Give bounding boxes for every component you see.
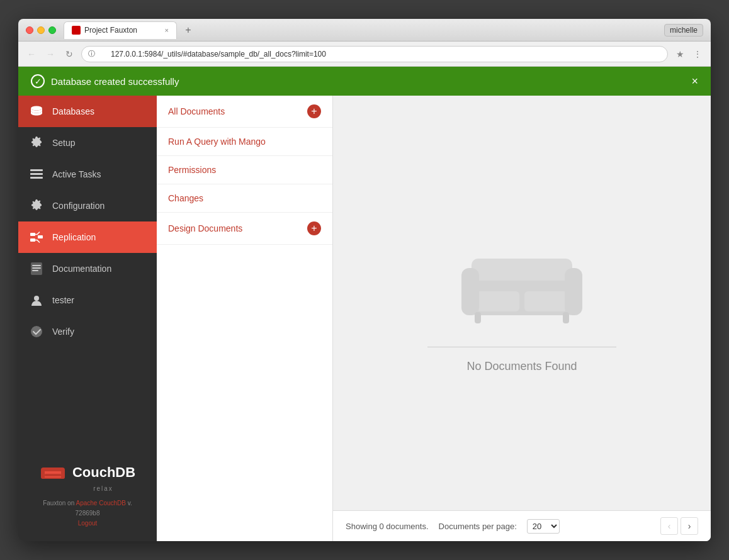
address-actions: ★ ⋮ — [673, 47, 704, 61]
nav-run-query-label: Run A Query with Mango — [168, 137, 266, 147]
secure-icon: ⓘ — [88, 49, 95, 59]
svg-rect-3 — [30, 173, 43, 175]
sidebar-item-databases[interactable]: Databases — [18, 96, 157, 127]
app-content: ✓ Database created successfully × Databa… — [18, 67, 711, 541]
address-bar: ← → ↻ ⓘ 127.0.0.1:5984/_utils/#database/… — [18, 42, 711, 67]
sidebar-label-active-tasks: Active Tasks — [52, 169, 101, 179]
svg-rect-8 — [38, 235, 43, 238]
traffic-lights — [26, 26, 56, 34]
active-tab[interactable]: Project Fauxton × — [64, 21, 177, 39]
svg-rect-17 — [45, 474, 61, 476]
svg-rect-22 — [477, 291, 519, 311]
apache-link[interactable]: Apache CouchDB — [76, 500, 126, 507]
new-tab-button[interactable]: + — [179, 21, 197, 39]
nav-all-documents-label: All Documents — [168, 106, 225, 116]
sidebar-label-setup: Setup — [52, 138, 76, 148]
per-page-select[interactable]: 10 20 30 50 100 — [527, 519, 560, 534]
back-button[interactable]: ← — [25, 47, 38, 61]
prev-page-button[interactable]: ‹ — [660, 517, 678, 535]
per-page-label: Documents per page: — [439, 522, 517, 531]
svg-rect-21 — [472, 259, 572, 281]
svg-rect-25 — [565, 268, 582, 315]
tab-favicon — [72, 26, 81, 35]
next-page-button[interactable]: › — [681, 517, 698, 535]
tab-close-button[interactable]: × — [165, 26, 169, 34]
svg-rect-19 — [61, 470, 65, 479]
sidebar-item-replication[interactable]: Replication — [18, 221, 157, 253]
verify-icon — [30, 325, 43, 339]
svg-rect-10 — [32, 265, 41, 266]
url-text: 127.0.0.1:5984/_utils/#database/sample_d… — [101, 50, 326, 59]
svg-rect-2 — [30, 169, 43, 171]
nav-permissions-label: Permissions — [168, 165, 216, 175]
tab-bar: Project Fauxton × + — [64, 21, 664, 39]
svg-rect-4 — [30, 177, 43, 179]
nav-permissions[interactable]: Permissions — [157, 156, 332, 184]
active-tasks-icon — [30, 167, 43, 181]
sidebar-label-configuration: Configuration — [52, 201, 105, 211]
empty-state-text: No Documents Found — [466, 360, 577, 373]
content-footer: Showing 0 documents. Documents per page:… — [333, 510, 711, 541]
configuration-icon — [30, 199, 43, 213]
sidebar-label-databases: Databases — [52, 106, 94, 116]
couch-logo-icon — [40, 462, 66, 483]
empty-divider — [427, 347, 616, 347]
main-layout: Databases Setup — [18, 96, 711, 541]
nav-changes[interactable]: Changes — [157, 184, 332, 213]
minimize-button[interactable] — [37, 26, 45, 34]
nav-changes-label: Changes — [168, 193, 203, 203]
close-button[interactable] — [26, 26, 33, 34]
success-icon: ✓ — [31, 74, 45, 88]
replication-icon — [30, 230, 43, 244]
design-documents-add-button[interactable]: + — [307, 221, 321, 235]
sidebar-item-configuration[interactable]: Configuration — [18, 190, 157, 221]
nav-design-documents[interactable]: Design Documents + — [157, 213, 332, 245]
address-field[interactable]: ⓘ 127.0.0.1:5984/_utils/#database/sample… — [81, 46, 668, 62]
sidebar: Databases Setup — [18, 96, 157, 541]
bookmark-button[interactable]: ★ — [673, 47, 687, 61]
nav-all-documents[interactable]: All Documents + — [157, 96, 332, 128]
databases-icon — [30, 104, 43, 118]
documentation-icon — [30, 262, 43, 276]
sidebar-item-documentation[interactable]: Documentation — [18, 253, 157, 284]
nav-run-query[interactable]: Run A Query with Mango — [157, 128, 332, 156]
sidebar-item-setup[interactable]: Setup — [18, 127, 157, 159]
showing-text: Showing 0 documents. — [346, 522, 429, 531]
maximize-button[interactable] — [48, 26, 56, 34]
svg-point-0 — [31, 106, 42, 111]
menu-button[interactable]: ⋮ — [691, 47, 704, 61]
svg-rect-7 — [30, 238, 35, 242]
svg-rect-11 — [32, 267, 41, 269]
fauxton-label: Fauxton on — [43, 500, 74, 507]
user-badge: michelle — [664, 24, 703, 36]
svg-point-14 — [31, 326, 42, 337]
couchdb-brand-name: CouchDB — [72, 464, 135, 481]
couchdb-logo: CouchDB — [40, 462, 135, 483]
pagination-group: ‹ › — [660, 517, 698, 535]
svg-point-5 — [35, 204, 38, 208]
empty-state-icon — [453, 233, 591, 334]
footer-info: Fauxton on Apache CouchDB v. 72869b8 Log… — [31, 498, 144, 529]
success-banner: ✓ Database created successfully × — [18, 67, 711, 96]
middle-panel: All Documents + Run A Query with Mango P… — [157, 96, 333, 541]
svg-rect-23 — [524, 291, 567, 311]
right-panel: No Documents Found Showing 0 documents. … — [333, 96, 711, 541]
banner-message: Database created successfully — [51, 76, 179, 87]
sidebar-item-verify[interactable]: Verify — [18, 316, 157, 347]
sidebar-footer: CouchDB relax Fauxton on Apache CouchDB … — [18, 450, 157, 541]
svg-rect-26 — [475, 312, 481, 323]
sidebar-item-tester[interactable]: tester — [18, 284, 157, 316]
sidebar-item-active-tasks[interactable]: Active Tasks — [18, 159, 157, 190]
sidebar-label-verify: Verify — [52, 327, 74, 337]
all-documents-add-button[interactable]: + — [307, 104, 321, 118]
setup-icon — [30, 136, 43, 150]
forward-button[interactable]: → — [43, 47, 57, 61]
svg-rect-6 — [30, 233, 35, 236]
banner-close-button[interactable]: × — [691, 76, 698, 87]
svg-rect-18 — [41, 470, 45, 479]
reload-button[interactable]: ↻ — [62, 47, 76, 61]
logout-link[interactable]: Logout — [78, 520, 98, 527]
svg-rect-24 — [461, 268, 479, 315]
tab-title: Project Fauxton — [84, 26, 137, 35]
svg-point-1 — [35, 142, 38, 145]
